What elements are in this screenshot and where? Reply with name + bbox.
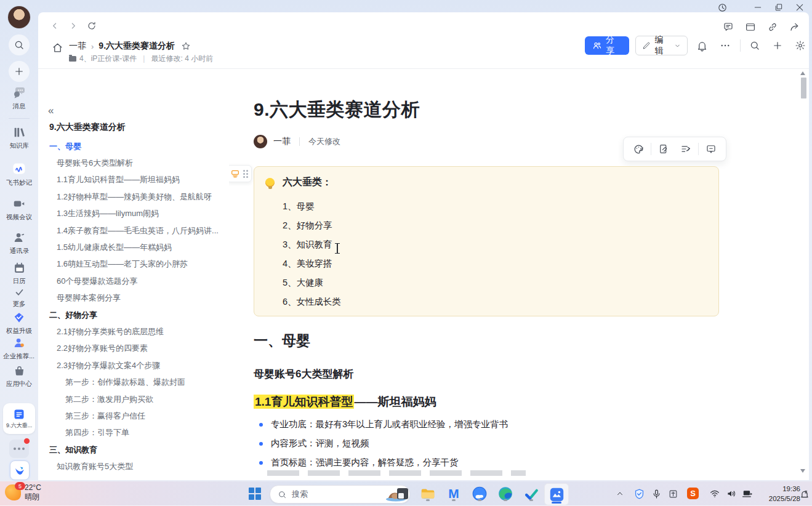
sidebar-item-app-center[interactable]: 应用中心 xyxy=(0,364,38,388)
outline-item[interactable]: 二、好物分享 xyxy=(38,307,227,323)
page-link-icon[interactable] xyxy=(653,140,675,158)
link-icon[interactable] xyxy=(765,20,781,34)
author-avatar[interactable] xyxy=(254,135,267,148)
forward-icon[interactable] xyxy=(65,18,81,33)
callout-list-item[interactable]: 5、大健康 xyxy=(283,273,341,292)
sidebar-item-recommend[interactable]: 企业推荐... xyxy=(0,336,38,361)
weather-widget[interactable]: 5 22°C 晴朗 xyxy=(5,483,41,502)
outline-item[interactable]: 2.1好物分享类账号的底层思维 xyxy=(38,323,227,340)
callout-list-item[interactable]: 2、好物分享 xyxy=(283,216,341,235)
check-app[interactable] xyxy=(523,485,540,502)
doc-bullet-item[interactable]: 专业功底：最好有3年以上育儿或者职业经验，增强专业背书 xyxy=(254,415,508,434)
sidebar-item-video-meeting[interactable]: 视频会议 xyxy=(0,197,38,222)
outline-doc-title[interactable]: 9.六大垂类赛道分析 xyxy=(49,122,126,133)
outline-item[interactable]: 1.2好物种草型——辣妈美美好物、是航航呀 xyxy=(38,188,227,205)
notification-bell-icon[interactable] xyxy=(798,488,811,501)
outline-item[interactable]: 第二步：激发用户购买欲 xyxy=(38,391,227,408)
comment-icon[interactable] xyxy=(700,140,722,158)
rail-search-button[interactable] xyxy=(9,34,30,55)
outline-item[interactable]: 第一步：创作爆款标题、爆款封面 xyxy=(38,374,227,390)
star-icon[interactable] xyxy=(181,41,191,51)
bell-icon[interactable] xyxy=(694,37,710,54)
list-share-icon[interactable] xyxy=(675,140,697,158)
active-app-slot[interactable] xyxy=(544,483,569,505)
taskbar-clock[interactable]: 19:36 2025/5/28 xyxy=(756,484,800,504)
snipping-tool-app[interactable] xyxy=(394,485,411,502)
tray-chevron-up-icon[interactable] xyxy=(613,487,627,500)
close-button[interactable] xyxy=(792,1,808,14)
callout-list-item[interactable]: 3、知识教育 xyxy=(283,235,341,254)
outline-item[interactable]: 1.3生活辣妈——lilymum闹妈 xyxy=(38,206,227,222)
outline-item[interactable]: 1.1育儿知识科普型——斯坦福妈妈 xyxy=(38,172,227,188)
home-icon[interactable] xyxy=(52,42,63,54)
scrollbar-down-arrow[interactable] xyxy=(800,469,805,473)
edge-browser-app[interactable] xyxy=(497,485,514,502)
header-search-icon[interactable] xyxy=(747,37,763,54)
scrollbar-up-arrow[interactable] xyxy=(800,71,805,75)
comment-bubble-icon[interactable] xyxy=(720,20,736,34)
history-icon[interactable] xyxy=(714,1,730,14)
feishu-app-icon[interactable] xyxy=(10,460,30,480)
author-name[interactable]: 一菲 xyxy=(273,136,291,147)
block-handle[interactable] xyxy=(229,165,252,182)
taskbar-search[interactable]: 搜索 xyxy=(270,485,410,504)
browser-cloud-app[interactable] xyxy=(471,485,488,502)
callout-list-item[interactable]: 4、美妆穿搭 xyxy=(283,254,341,273)
outline-item[interactable]: 1.5幼儿健康成长型——年糕妈妈 xyxy=(38,239,227,255)
sidebar-item-upgrade[interactable]: 权益升级 xyxy=(0,311,38,335)
sidebar-item-minutes[interactable]: 飞书妙记 xyxy=(0,161,38,187)
theme-palette-icon[interactable] xyxy=(627,140,649,158)
rail-overflow-button[interactable] xyxy=(9,440,29,458)
start-button[interactable] xyxy=(249,488,261,500)
outline-item[interactable]: 1.4亲子教育型——毛毛虫英语，八斤妈妈讲... xyxy=(38,222,227,239)
panel-icon[interactable] xyxy=(742,20,758,34)
outline-item[interactable]: 一、母婴 xyxy=(38,138,227,155)
scrollbar-thumb[interactable] xyxy=(801,78,806,98)
sidebar-item-messages[interactable]: 消息 xyxy=(0,85,38,111)
m-app[interactable]: M xyxy=(445,485,462,502)
refresh-icon[interactable] xyxy=(84,18,100,33)
file-explorer-app[interactable] xyxy=(419,485,436,502)
collapse-sidebar-icon[interactable]: « xyxy=(48,105,54,117)
callout-list-item[interactable]: 1、母婴 xyxy=(283,197,341,216)
wifi-icon[interactable] xyxy=(708,487,722,500)
sub-heading[interactable]: 1.1育儿知识科普型——斯坦福妈妈 xyxy=(254,394,436,410)
document-panel[interactable]: 9.六大垂类赛道分析 一菲 今天修改 xyxy=(229,69,809,480)
sidebar-item-wiki[interactable]: 知识库 xyxy=(0,126,38,150)
breadcrumb-parent[interactable]: 一菲 xyxy=(69,41,86,52)
share-button[interactable]: 分享 xyxy=(585,36,629,55)
more-options-icon[interactable] xyxy=(717,37,734,54)
doc-title[interactable]: 9.六大垂类赛道分析 xyxy=(254,97,420,122)
outline-item[interactable]: 1.6萌娃互动型——老丁头家的小胖苏 xyxy=(38,256,227,273)
volume-icon[interactable] xyxy=(725,487,738,500)
outline-item[interactable]: 母婴脚本案例分享 xyxy=(38,290,227,307)
sidebar-item-calendar[interactable]: 日历 xyxy=(0,262,38,286)
outline-item[interactable]: 三、知识教育 xyxy=(38,441,227,458)
outline-item[interactable]: 2.2好物分享账号的四要素 xyxy=(38,340,227,357)
section-heading-h2[interactable]: 一、母婴 xyxy=(254,331,310,350)
outline-item[interactable]: 2.3好物分享爆款文案4个步骤 xyxy=(38,357,227,374)
ime-icon[interactable] xyxy=(666,487,680,500)
minimize-button[interactable] xyxy=(750,1,766,14)
gear-icon[interactable] xyxy=(792,37,809,54)
outline-item[interactable]: 第四步：引导下单 xyxy=(38,425,227,441)
cast-sync-icon[interactable] xyxy=(741,487,754,500)
security-shield-icon[interactable] xyxy=(632,487,646,500)
callout-block[interactable]: 六大垂类： 1、母婴 2、好物分享 3、知识教育 4、美妆穿搭 5、大健康 6、… xyxy=(254,166,719,316)
close-doc-icon[interactable] xyxy=(809,20,812,34)
outline-item[interactable]: 第三步：赢得客户信任 xyxy=(38,408,227,424)
user-avatar[interactable] xyxy=(8,6,30,28)
drag-handle-icon[interactable] xyxy=(243,170,248,178)
outline-item[interactable]: 母婴账号6大类型解析 xyxy=(38,155,227,171)
back-icon[interactable] xyxy=(47,18,63,33)
pinned-doc-tab[interactable]: 9.六大垂... xyxy=(3,403,35,434)
maximize-button[interactable] xyxy=(771,1,787,14)
outline-item[interactable]: 知识教育账号5大类型 xyxy=(38,458,227,475)
doc-bullet-item[interactable]: 首页标题：强调主要内容，解答疑惑，分享干货 xyxy=(254,453,508,472)
sidebar-item-contacts[interactable]: 通讯录 xyxy=(0,231,38,255)
header-plus-icon[interactable] xyxy=(770,37,786,54)
edit-button[interactable]: 编辑 xyxy=(635,36,688,55)
outline-item[interactable]: 60个母婴爆款选题分享 xyxy=(38,273,227,289)
share-forward-icon[interactable] xyxy=(787,20,803,34)
sidebar-item-more[interactable]: 更多 xyxy=(0,287,38,308)
